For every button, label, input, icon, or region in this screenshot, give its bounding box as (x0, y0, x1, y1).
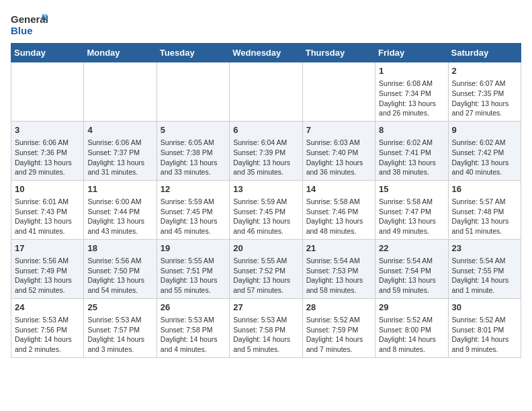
day-info: Daylight: 13 hours and 27 minutes. (452, 99, 517, 118)
day-info: Sunset: 7:56 PM (15, 325, 80, 335)
calendar-cell (157, 62, 229, 122)
day-info: Sunset: 7:59 PM (306, 325, 371, 335)
weekday-header-sunday: Sunday (11, 44, 84, 62)
day-info: Sunrise: 5:53 AM (15, 315, 80, 325)
calendar-table: SundayMondayTuesdayWednesdayThursdayFrid… (11, 43, 521, 358)
calendar-cell: 21Sunrise: 5:54 AMSunset: 7:53 PMDayligh… (302, 239, 375, 298)
day-info: Sunrise: 5:59 AM (233, 197, 298, 207)
calendar-cell: 23Sunrise: 5:54 AMSunset: 7:55 PMDayligh… (448, 239, 521, 298)
calendar-cell (84, 62, 157, 122)
day-info: Sunrise: 5:55 AM (161, 256, 226, 266)
day-info: Sunset: 7:46 PM (306, 207, 371, 217)
day-info: Daylight: 13 hours and 36 minutes. (306, 158, 371, 177)
day-info: Sunset: 7:38 PM (161, 148, 226, 158)
day-info: Sunrise: 5:57 AM (452, 197, 517, 207)
day-info: Daylight: 13 hours and 35 minutes. (233, 158, 298, 177)
svg-text:Blue: Blue (11, 25, 33, 36)
day-number: 20 (233, 242, 298, 255)
day-info: Daylight: 14 hours and 7 minutes. (306, 334, 371, 354)
day-info: Sunrise: 6:06 AM (15, 138, 80, 148)
weekday-header-friday: Friday (375, 44, 448, 62)
day-number: 25 (87, 302, 152, 314)
day-info: Sunset: 7:45 PM (161, 207, 226, 217)
week-row-3: 10Sunrise: 6:01 AMSunset: 7:43 PMDayligh… (11, 180, 521, 239)
day-number: 10 (15, 183, 80, 195)
day-number: 21 (306, 242, 371, 255)
day-info: Daylight: 13 hours and 54 minutes. (87, 275, 152, 295)
day-info: Sunrise: 5:59 AM (161, 197, 226, 207)
day-info: Sunrise: 5:52 AM (379, 315, 444, 325)
day-info: Daylight: 13 hours and 38 minutes. (379, 158, 444, 177)
day-info: Sunset: 7:55 PM (452, 266, 517, 276)
day-info: Sunrise: 6:03 AM (306, 138, 371, 148)
day-info: Sunrise: 5:53 AM (87, 315, 152, 325)
calendar-cell: 16Sunrise: 5:57 AMSunset: 7:48 PMDayligh… (448, 180, 521, 239)
day-info: Daylight: 13 hours and 49 minutes. (379, 216, 444, 236)
day-info: Sunset: 7:48 PM (452, 207, 517, 217)
day-number: 5 (161, 124, 226, 136)
calendar-cell (302, 62, 375, 122)
calendar-cell: 5Sunrise: 6:05 AMSunset: 7:38 PMDaylight… (157, 121, 229, 180)
weekday-header-monday: Monday (84, 44, 157, 62)
day-info: Sunset: 7:34 PM (379, 89, 444, 99)
day-info: Daylight: 13 hours and 26 minutes. (379, 99, 444, 118)
day-info: Sunrise: 6:08 AM (379, 79, 444, 89)
calendar-cell: 10Sunrise: 6:01 AMSunset: 7:43 PMDayligh… (11, 180, 84, 239)
day-info: Sunrise: 5:52 AM (452, 315, 517, 325)
day-number: 11 (87, 183, 152, 195)
weekday-header-saturday: Saturday (448, 44, 521, 62)
calendar-cell: 9Sunrise: 6:02 AMSunset: 7:42 PMDaylight… (448, 121, 521, 180)
day-info: Daylight: 13 hours and 41 minutes. (15, 216, 80, 236)
day-info: Daylight: 13 hours and 58 minutes. (306, 275, 371, 295)
day-info: Sunset: 7:41 PM (379, 148, 444, 158)
day-number: 19 (161, 242, 226, 255)
calendar-cell: 7Sunrise: 6:03 AMSunset: 7:40 PMDaylight… (302, 121, 375, 180)
day-info: Sunrise: 5:53 AM (161, 315, 226, 325)
day-number: 27 (233, 302, 298, 314)
day-info: Sunrise: 6:02 AM (452, 138, 517, 148)
calendar-cell: 4Sunrise: 6:06 AMSunset: 7:37 PMDaylight… (84, 121, 157, 180)
day-number: 12 (161, 183, 226, 195)
day-number: 29 (379, 302, 444, 314)
day-info: Sunrise: 6:01 AM (15, 197, 80, 207)
day-number: 26 (161, 302, 226, 314)
day-number: 24 (15, 302, 80, 314)
calendar-cell: 19Sunrise: 5:55 AMSunset: 7:51 PMDayligh… (157, 239, 229, 298)
day-number: 16 (452, 183, 517, 195)
day-info: Sunset: 7:35 PM (452, 89, 517, 99)
day-info: Sunset: 7:52 PM (233, 266, 298, 276)
day-info: Sunset: 7:57 PM (87, 325, 152, 335)
day-info: Daylight: 13 hours and 46 minutes. (233, 216, 298, 236)
day-info: Sunset: 7:44 PM (87, 207, 152, 217)
calendar-cell: 2Sunrise: 6:07 AMSunset: 7:35 PMDaylight… (448, 62, 521, 122)
calendar-cell: 6Sunrise: 6:04 AMSunset: 7:39 PMDaylight… (230, 121, 302, 180)
day-info: Sunrise: 5:56 AM (15, 256, 80, 266)
day-info: Sunset: 7:51 PM (161, 266, 226, 276)
svg-text:General: General (11, 13, 48, 25)
day-info: Sunset: 7:40 PM (306, 148, 371, 158)
calendar-cell: 27Sunrise: 5:53 AMSunset: 7:58 PMDayligh… (230, 298, 302, 357)
day-info: Sunset: 7:49 PM (15, 266, 80, 276)
day-number: 4 (87, 124, 152, 136)
calendar-cell: 1Sunrise: 6:08 AMSunset: 7:34 PMDaylight… (375, 62, 448, 122)
day-info: Sunrise: 6:07 AM (452, 79, 517, 89)
day-number: 22 (379, 242, 444, 255)
day-info: Daylight: 13 hours and 40 minutes. (452, 158, 517, 177)
day-info: Sunrise: 6:00 AM (87, 197, 152, 207)
day-number: 3 (15, 124, 80, 136)
day-info: Daylight: 13 hours and 43 minutes. (87, 216, 152, 236)
day-info: Sunrise: 5:54 AM (379, 256, 444, 266)
day-info: Sunset: 7:39 PM (233, 148, 298, 158)
day-info: Sunset: 7:58 PM (161, 325, 226, 335)
day-info: Daylight: 14 hours and 9 minutes. (452, 334, 517, 354)
day-number: 18 (87, 242, 152, 255)
day-number: 30 (452, 302, 517, 314)
weekday-header-wednesday: Wednesday (230, 44, 302, 62)
day-number: 9 (452, 124, 517, 136)
day-info: Sunset: 7:47 PM (379, 207, 444, 217)
calendar-cell: 8Sunrise: 6:02 AMSunset: 7:41 PMDaylight… (375, 121, 448, 180)
day-info: Daylight: 13 hours and 45 minutes. (161, 216, 226, 236)
week-row-2: 3Sunrise: 6:06 AMSunset: 7:36 PMDaylight… (11, 121, 521, 180)
day-number: 6 (233, 124, 298, 136)
day-info: Sunrise: 6:02 AM (379, 138, 444, 148)
